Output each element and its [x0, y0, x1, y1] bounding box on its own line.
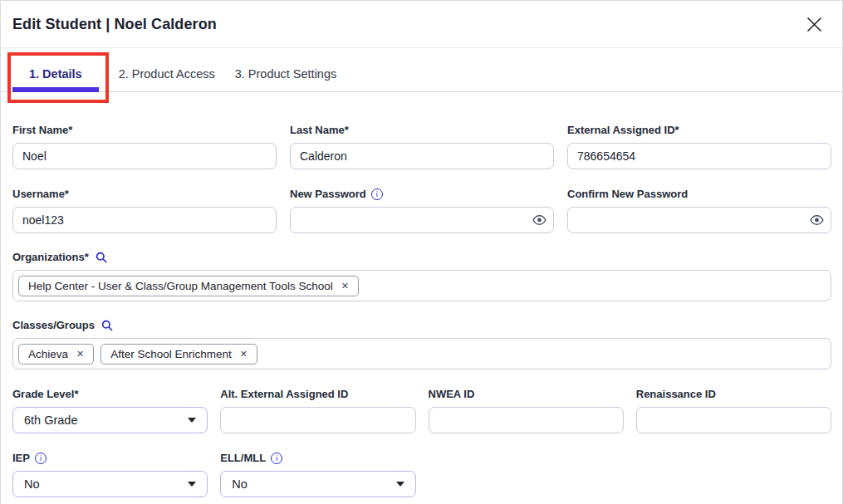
info-icon[interactable]: i — [271, 453, 282, 464]
tab-product-settings[interactable]: 3. Product Settings — [235, 67, 337, 91]
search-icon[interactable] — [101, 320, 113, 331]
chevron-down-icon — [188, 418, 196, 423]
new-password-field: New Password i — [290, 188, 554, 233]
class-chip-label: After School Enrichment — [110, 348, 232, 360]
class-chip: Achieva ✕ — [18, 344, 94, 365]
renaissance-id-field: Renaissance ID — [636, 388, 831, 433]
tab-details[interactable]: 1. Details — [12, 67, 99, 91]
close-button[interactable] — [802, 12, 826, 36]
first-name-label: First Name* — [12, 124, 277, 136]
edit-student-modal: Edit Student | Noel Calderon 1. Details … — [0, 0, 843, 504]
remove-chip-icon[interactable]: ✕ — [240, 350, 248, 359]
class-chip-label: Achieva — [28, 348, 68, 360]
external-id-input[interactable] — [567, 143, 831, 169]
info-icon[interactable]: i — [371, 188, 383, 200]
confirm-password-field: Confirm New Password — [567, 188, 831, 233]
confirm-password-input[interactable] — [567, 207, 831, 233]
chevron-down-icon — [396, 482, 404, 487]
renaissance-id-label: Renaissance ID — [636, 388, 831, 400]
classes-groups-label: Classes/Groups — [12, 319, 95, 331]
nwea-id-field: NWEA ID — [429, 388, 624, 433]
eye-icon — [810, 215, 824, 226]
nwea-id-label: NWEA ID — [429, 388, 624, 400]
page-title: Edit Student | Noel Calderon — [12, 16, 217, 33]
active-tab-underline — [12, 87, 99, 92]
nwea-id-input[interactable] — [429, 407, 624, 433]
classes-groups-chipbox[interactable]: Achieva ✕ After School Enrichment ✕ — [12, 338, 831, 369]
tab-bar: 1. Details 2. Product Access 3. Product … — [1, 48, 842, 92]
tab-product-settings-label: 3. Product Settings — [235, 67, 337, 81]
ell-mll-field: ELL/MLL i No — [220, 452, 415, 497]
organizations-chipbox[interactable]: Help Center - User & Class/Group Managem… — [12, 270, 831, 301]
close-icon — [806, 16, 823, 33]
last-name-label: Last Name* — [290, 124, 554, 136]
new-password-label: New Password — [290, 188, 366, 200]
ell-mll-value: No — [232, 477, 248, 491]
class-chip: After School Enrichment ✕ — [100, 344, 257, 365]
show-confirm-password-button[interactable] — [810, 215, 824, 226]
iep-label: IEP — [12, 452, 30, 464]
grade-level-value: 6th Grade — [24, 413, 78, 427]
tab-details-label: 1. Details — [29, 67, 82, 81]
show-password-button[interactable] — [532, 215, 546, 226]
new-password-input[interactable] — [290, 207, 554, 233]
ell-mll-label: ELL/MLL — [220, 452, 266, 464]
ell-mll-select[interactable]: No — [220, 471, 415, 497]
grade-level-label: Grade Level* — [12, 388, 208, 400]
remove-chip-icon[interactable]: ✕ — [76, 350, 84, 359]
alt-external-id-field: Alt. External Assigned ID — [220, 388, 415, 433]
student-details-form: First Name* Last Name* External Assigned… — [1, 92, 842, 497]
username-label: Username* — [12, 188, 277, 200]
modal-header: Edit Student | Noel Calderon — [1, 1, 842, 48]
classes-groups-field: Classes/Groups Achieva ✕ After Scho — [12, 319, 831, 369]
renaissance-id-input[interactable] — [636, 407, 831, 433]
iep-select[interactable]: No — [12, 471, 208, 497]
tab-product-access[interactable]: 2. Product Access — [119, 67, 215, 91]
iep-field: IEP i No — [12, 452, 208, 497]
first-name-input[interactable] — [12, 143, 277, 169]
info-icon[interactable]: i — [35, 453, 47, 464]
last-name-field: Last Name* — [290, 124, 554, 169]
external-id-label: External Assigned ID* — [567, 124, 831, 136]
grade-level-select[interactable]: 6th Grade — [12, 407, 208, 433]
alt-external-id-input[interactable] — [220, 407, 415, 433]
first-name-field: First Name* — [12, 124, 277, 169]
confirm-password-label: Confirm New Password — [567, 188, 831, 200]
organization-chip-label: Help Center - User & Class/Group Managem… — [28, 280, 333, 292]
alt-external-id-label: Alt. External Assigned ID — [220, 388, 415, 400]
username-input[interactable] — [12, 207, 277, 233]
chevron-down-icon — [188, 482, 196, 487]
username-field: Username* — [12, 188, 277, 233]
organizations-field: Organizations* Help Center - User & Clas… — [12, 251, 831, 301]
grade-level-field: Grade Level* 6th Grade — [12, 388, 208, 433]
iep-value: No — [24, 477, 40, 491]
search-icon[interactable] — [96, 252, 107, 263]
remove-chip-icon[interactable]: ✕ — [341, 281, 349, 291]
tab-product-access-label: 2. Product Access — [119, 67, 215, 81]
organization-chip: Help Center - User & Class/Group Managem… — [18, 276, 359, 296]
organizations-label: Organizations* — [12, 251, 89, 263]
last-name-input[interactable] — [290, 143, 554, 169]
eye-icon — [532, 215, 546, 226]
external-id-field: External Assigned ID* — [567, 124, 831, 169]
